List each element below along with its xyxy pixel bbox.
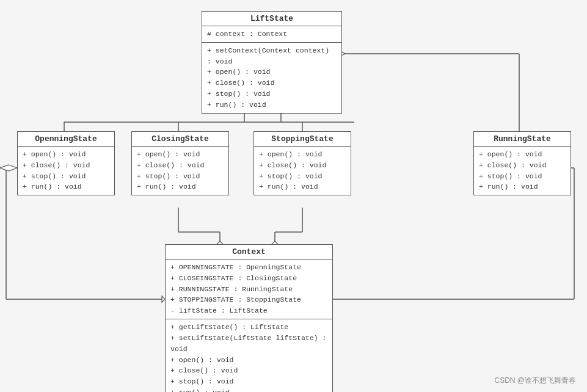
runningstate-method-0: + open() : void bbox=[479, 149, 566, 160]
runningstate-method-2: + stop() : void bbox=[479, 171, 566, 182]
liftstate-method-0: + setContext(Context context) : void bbox=[207, 45, 337, 67]
stoppingstate-method-1: + close() : void bbox=[259, 160, 346, 171]
context-field-4: - liftState : LiftState bbox=[170, 305, 327, 316]
openningstate-header: OpenningState bbox=[18, 132, 114, 147]
context-header: Context bbox=[166, 245, 332, 260]
context-field-1: + CLOSEINGSTATE : ClosingState bbox=[170, 273, 327, 284]
liftstate-fields: # context : Context bbox=[202, 26, 341, 43]
stoppingstate-method-3: + run() : void bbox=[259, 181, 346, 192]
stoppingstate-box: StoppingState + open() : void + close() … bbox=[253, 131, 351, 195]
liftstate-method-4: + run() : void bbox=[207, 100, 337, 111]
context-method-5: + run() : void bbox=[170, 387, 327, 392]
liftstate-method-2: + close() : void bbox=[207, 78, 337, 89]
stoppingstate-methods: + open() : void + close() : void + stop(… bbox=[254, 147, 351, 195]
liftstate-methods: + setContext(Context context) : void + o… bbox=[202, 43, 341, 113]
context-method-1: + setLiftState(LiftState liftState) : vo… bbox=[170, 333, 327, 355]
liftstate-box: LiftState # context : Context + setConte… bbox=[202, 11, 342, 114]
runningstate-header: RunningState bbox=[474, 132, 571, 147]
context-field-2: + RUNNINGSTATE : RunningState bbox=[170, 284, 327, 295]
closingstate-method-0: + open() : void bbox=[137, 149, 224, 160]
stoppingstate-method-2: + stop() : void bbox=[259, 171, 346, 182]
context-fields: + OPENNINGSTATE : OpenningState + CLOSEI… bbox=[166, 260, 332, 319]
liftstate-header: LiftState bbox=[202, 12, 341, 26]
closingstate-box: ClosingState + open() : void + close() :… bbox=[131, 131, 229, 195]
openningstate-methods: + open() : void + close() : void + stop(… bbox=[18, 147, 114, 195]
liftstate-method-1: + open() : void bbox=[207, 67, 337, 78]
watermark: CSDN @谁不想飞舞青春 bbox=[494, 376, 576, 386]
liftstate-field-0: # context : Context bbox=[207, 29, 337, 40]
diagram-container: LiftState # context : Context + setConte… bbox=[0, 0, 587, 392]
runningstate-method-1: + close() : void bbox=[479, 160, 566, 171]
openningstate-method-3: + run() : void bbox=[23, 181, 109, 192]
openningstate-method-2: + stop() : void bbox=[23, 171, 109, 182]
stoppingstate-header: StoppingState bbox=[254, 132, 351, 147]
stoppingstate-method-0: + open() : void bbox=[259, 149, 346, 160]
closingstate-methods: + open() : void + close() : void + stop(… bbox=[132, 147, 228, 195]
closingstate-method-2: + stop() : void bbox=[137, 171, 224, 182]
runningstate-box: RunningState + open() : void + close() :… bbox=[473, 131, 571, 195]
runningstate-method-3: + run() : void bbox=[479, 181, 566, 192]
closingstate-method-3: + run() : void bbox=[137, 181, 224, 192]
context-box: Context + OPENNINGSTATE : OpenningState … bbox=[165, 244, 333, 392]
context-field-0: + OPENNINGSTATE : OpenningState bbox=[170, 262, 327, 273]
openningstate-method-1: + close() : void bbox=[23, 160, 109, 171]
context-method-0: + getLiftState() : LiftState bbox=[170, 322, 327, 333]
context-method-2: + open() : void bbox=[170, 355, 327, 366]
openningstate-box: OpenningState + open() : void + close() … bbox=[17, 131, 115, 195]
closingstate-header: ClosingState bbox=[132, 132, 228, 147]
context-methods: + getLiftState() : LiftState + setLiftSt… bbox=[166, 319, 332, 392]
closingstate-method-1: + close() : void bbox=[137, 160, 224, 171]
liftstate-method-3: + stop() : void bbox=[207, 89, 337, 100]
svg-marker-28 bbox=[0, 165, 17, 171]
context-method-3: + close() : void bbox=[170, 365, 327, 376]
context-field-3: + STOPPINGSTATE : StoppingState bbox=[170, 294, 327, 305]
context-method-4: + stop() : void bbox=[170, 376, 327, 387]
runningstate-methods: + open() : void + close() : void + stop(… bbox=[474, 147, 571, 195]
openningstate-method-0: + open() : void bbox=[23, 149, 109, 160]
